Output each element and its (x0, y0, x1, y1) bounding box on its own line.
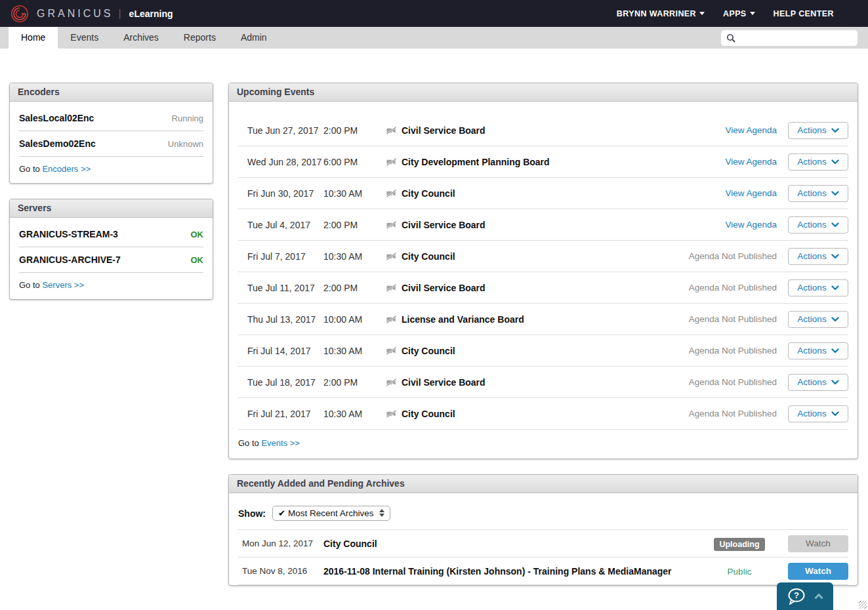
server-name: GRANICUS-ARCHIVE-7 (19, 254, 121, 265)
event-title-text: City Council (402, 251, 455, 262)
event-row: Fri Jul 14, 2017 10:30 AM City Council (238, 335, 848, 367)
encoders-link[interactable]: Encoders >> (42, 164, 91, 174)
actions-button-label: Actions (797, 314, 826, 324)
top-bar: GRANICUS | eLearning BRYNN WARRINER APPS… (0, 0, 868, 27)
event-agenda-status[interactable]: View Agenda (725, 157, 777, 167)
recent-archives-title: Recently Added and Pending Archives (229, 475, 858, 493)
archives-filter-select[interactable]: ✔ Most Recent Archives (272, 506, 390, 521)
actions-button-label: Actions (797, 377, 826, 387)
actions-button[interactable]: Actions (788, 185, 848, 202)
archive-date: Tue Nov 8, 2016 (238, 566, 323, 576)
search-box[interactable] (721, 30, 858, 46)
encoders-panel-title: Encoders (10, 83, 213, 102)
camera-off-icon (386, 284, 396, 292)
chevron-down-icon (831, 159, 839, 165)
event-agenda-status[interactable]: Agenda Not Published (689, 377, 777, 387)
event-date: Tue Jun 27, 2017 (238, 125, 323, 136)
event-agenda-status[interactable]: Agenda Not Published (689, 283, 777, 293)
events-goto: Go to Events >> (238, 430, 848, 458)
chat-question-icon: ? (787, 588, 806, 605)
chevron-down-icon (831, 128, 839, 133)
event-title-text: Civil Service Board (402, 125, 486, 136)
event-date: Fri Jul 7, 2017 (238, 251, 323, 262)
apps-menu-label: APPS (723, 9, 747, 18)
encoder-row: SalesDemo02Enc Unknown (19, 131, 203, 157)
server-status: OK (191, 255, 204, 265)
event-agenda-status[interactable]: Agenda Not Published (689, 314, 777, 324)
actions-button[interactable]: Actions (788, 248, 848, 265)
archive-status-label: Public (728, 567, 752, 577)
actions-button[interactable]: Actions (788, 216, 848, 234)
right-column: Upcoming Events Tue Jun 27, 2017 2:00 PM (228, 83, 858, 601)
event-agenda-status[interactable]: Agenda Not Published (689, 346, 777, 356)
actions-button[interactable]: Actions (788, 342, 848, 359)
tab[interactable]: Archives (111, 27, 171, 49)
actions-button-label: Actions (797, 251, 826, 261)
actions-button[interactable]: Actions (788, 311, 848, 328)
search-icon (726, 33, 735, 43)
event-title: Civil Service Board (386, 283, 689, 293)
help-center-link[interactable]: HELP CENTER (774, 9, 834, 18)
event-title-text: Civil Service Board (402, 220, 486, 230)
event-agenda-status[interactable]: Agenda Not Published (689, 251, 777, 261)
event-agenda-status[interactable]: View Agenda (725, 125, 777, 135)
search-input[interactable] (739, 31, 855, 45)
chevron-down-icon (831, 285, 839, 291)
camera-off-icon (386, 315, 396, 323)
event-date: Wed Jun 28, 2017 (238, 157, 323, 167)
actions-button[interactable]: Actions (788, 374, 848, 391)
event-title-text: City Council (402, 346, 455, 356)
servers-panel: Servers GRANICUS-STREAM-3 OK GRANICUS-AR… (9, 199, 213, 300)
select-arrows-icon (379, 509, 384, 517)
encoder-name: SalesLocal02Enc (19, 113, 94, 123)
help-chat-widget[interactable]: ? (777, 582, 833, 610)
event-title: City Development Planning Board (386, 157, 725, 167)
camera-off-icon (386, 190, 396, 197)
tab[interactable]: Admin (228, 27, 279, 49)
archive-date: Mon Jun 12, 2017 (238, 539, 323, 548)
actions-button[interactable]: Actions (788, 405, 848, 422)
event-title: License and Variance Board (386, 314, 689, 325)
tab[interactable]: Reports (171, 27, 228, 49)
camera-off-icon (386, 410, 396, 418)
camera-off-icon (386, 253, 396, 260)
brand-wordmark: GRANICUS (37, 8, 113, 20)
tab-bar: Home Events Archives Reports Admin (0, 27, 868, 49)
actions-button[interactable]: Actions (788, 153, 848, 171)
chevron-down-icon (831, 222, 839, 228)
actions-button[interactable]: Actions (788, 279, 848, 296)
apps-menu[interactable]: APPS (723, 9, 755, 18)
servers-link[interactable]: Servers >> (42, 280, 84, 290)
event-agenda-status[interactable]: View Agenda (725, 188, 777, 198)
chevron-down-icon (831, 380, 839, 385)
event-time: 10:30 AM (323, 409, 386, 419)
tab-label: Home (21, 32, 45, 43)
event-agenda-status[interactable]: View Agenda (725, 220, 777, 230)
tab-label: Events (70, 32, 98, 43)
watch-button[interactable]: Watch (788, 535, 848, 552)
user-menu[interactable]: BRYNN WARRINER (617, 9, 705, 18)
events-link[interactable]: Events >> (261, 438, 300, 448)
event-title-text: Civil Service Board (402, 377, 486, 388)
event-title: Civil Service Board (386, 220, 725, 230)
event-title: Civil Service Board (386, 377, 689, 388)
event-date: Fri Jun 30, 2017 (238, 188, 323, 199)
caret-down-icon (750, 12, 755, 15)
resize-grip[interactable] (859, 601, 867, 609)
event-time: 2:00 PM (323, 220, 386, 230)
tab[interactable]: Events (58, 27, 111, 49)
event-time: 2:00 PM (323, 125, 386, 136)
actions-button[interactable]: Actions (788, 122, 848, 139)
event-date: Thu Jul 13, 2017 (238, 314, 323, 325)
camera-off-icon (386, 127, 396, 134)
event-date: Tue Jul 18, 2017 (238, 377, 323, 388)
watch-button[interactable]: Watch (788, 563, 848, 580)
goto-prefix: Go to (19, 164, 40, 174)
tab[interactable]: Home (9, 27, 58, 53)
encoders-goto: Go to Encoders >> (19, 157, 203, 174)
event-title-text: City Council (402, 188, 455, 199)
product-name: eLearning (129, 9, 173, 19)
event-agenda-status[interactable]: Agenda Not Published (689, 409, 777, 418)
event-row: Tue Jul 18, 2017 2:00 PM Civil Service B… (238, 367, 848, 398)
upcoming-events-title: Upcoming Events (229, 83, 858, 102)
